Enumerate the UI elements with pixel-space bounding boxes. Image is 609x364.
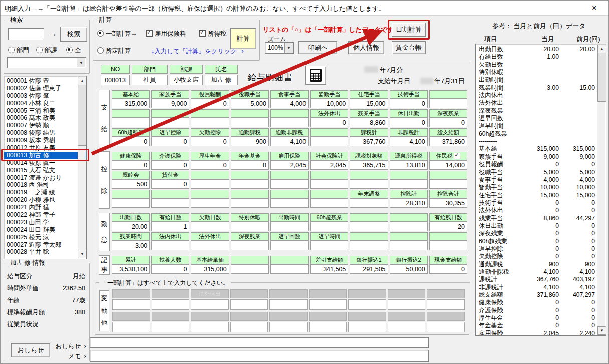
list-item[interactable]: 000013 加古 修 [4, 152, 86, 159]
grid-value-cell[interactable]: 0 [191, 137, 229, 146]
grid-value-cell[interactable] [429, 241, 467, 250]
list-item[interactable]: 000003 佐藤 肇 [4, 92, 86, 100]
list-item[interactable]: 000007 伊勢 順一 [4, 122, 86, 129]
memo-input[interactable] [90, 350, 429, 362]
grid-value-cell[interactable]: 2,045 [270, 160, 309, 170]
radio-icon[interactable] [97, 30, 104, 37]
search-input[interactable] [8, 28, 44, 40]
grid-value-cell[interactable]: 30,355 [429, 198, 467, 208]
list-item[interactable]: 000020 小柳 雅也 [4, 196, 86, 204]
grid-value-cell[interactable] [390, 179, 428, 189]
grid-value-cell[interactable] [231, 241, 269, 250]
grid-value-cell[interactable] [191, 118, 229, 127]
grid-value-cell[interactable] [112, 198, 150, 208]
grid-value-cell[interactable] [231, 264, 269, 274]
radio-icon[interactable] [8, 47, 15, 53]
grid-value-cell[interactable]: 315,000 [191, 264, 229, 274]
variable-input-cell[interactable] [191, 299, 229, 310]
grid-value-cell[interactable]: 0 [390, 99, 428, 108]
variable-input-cell[interactable] [230, 299, 268, 310]
list-item[interactable]: 000004 小林 良二 [4, 100, 86, 107]
list-item[interactable]: 000014 荻原 眞一 [4, 159, 86, 167]
grid-value-cell[interactable] [270, 179, 309, 189]
grid-value-cell[interactable]: 9,000 [151, 99, 189, 108]
notice-button[interactable]: おしらせ [11, 343, 50, 357]
grid-value-cell[interactable] [429, 99, 467, 108]
grid-value-cell[interactable]: 15,000 [350, 99, 388, 108]
grid-value-cell[interactable] [310, 198, 348, 208]
grid-value-cell[interactable]: 50,000 [390, 264, 428, 274]
checkbox-icon[interactable] [146, 30, 153, 37]
grid-value-cell[interactable] [390, 241, 428, 250]
employee-scrollbar[interactable]: ▲ ▼ [78, 77, 86, 258]
list-item[interactable]: 000006 髙木 政美 [4, 114, 86, 122]
checkbox-employment-insurance[interactable]: 雇用保険料 [146, 30, 186, 38]
grid-value-cell[interactable]: 28,310 [390, 198, 428, 208]
variable-input-cell[interactable] [230, 322, 268, 332]
grid-value-cell[interactable] [270, 198, 309, 208]
notice-input[interactable] [90, 337, 429, 348]
variable-input-cell[interactable] [269, 322, 308, 332]
reference-scrollbar[interactable]: ▲ ▼ [597, 45, 605, 335]
grid-value-cell[interactable] [112, 118, 150, 127]
list-item[interactable]: 000018 西 浩司 [4, 181, 86, 189]
slip-value-name[interactable]: 加古 修 [205, 75, 238, 85]
grid-value-cell[interactable]: 4,000 [270, 99, 309, 108]
grid-value-cell[interactable]: 20 [429, 222, 467, 231]
radio-bumon[interactable]: 部門 [8, 46, 29, 55]
reference-listbox[interactable]: 出勤日数20.0020.00有給日数1.00欠勤日数特別休暇出勤時間残業時間3.… [475, 44, 606, 336]
calc-button[interactable]: 計算 [230, 28, 256, 49]
grid-value-cell[interactable] [151, 118, 189, 127]
grid-value-cell[interactable] [231, 198, 269, 208]
grid-value-cell[interactable]: 0 [191, 99, 229, 108]
grid-value-cell[interactable] [310, 179, 348, 189]
radio-icon[interactable] [66, 47, 73, 53]
grid-value-cell[interactable] [191, 241, 229, 250]
grid-value-cell[interactable]: 900 [231, 137, 269, 146]
scroll-thumb[interactable] [597, 53, 606, 102]
grid-value-cell[interactable] [390, 222, 428, 231]
grid-value-cell[interactable] [270, 222, 309, 231]
grid-value-cell[interactable]: 0 [151, 160, 189, 170]
grid-value-cell[interactable] [270, 264, 309, 274]
grid-value-cell[interactable]: 8,860 [350, 118, 388, 127]
scroll-up-icon[interactable]: ▲ [78, 77, 87, 85]
variable-input-cell[interactable] [348, 299, 386, 310]
calculator-icon[interactable] [305, 66, 326, 85]
list-item[interactable]: 000009 坂本 秀樹 [4, 137, 86, 144]
wage-ledger-button[interactable]: 賃金台帳 [392, 41, 426, 54]
variable-input-cell[interactable] [112, 299, 150, 310]
checkbox-icon[interactable] [454, 153, 460, 159]
grid-value-cell[interactable] [429, 179, 467, 189]
grid-value-cell[interactable] [231, 179, 269, 189]
grid-value-cell[interactable]: 13,810 [390, 160, 428, 170]
list-item[interactable]: 000027 近藤 幸太郎 [4, 241, 86, 249]
grid-value-cell[interactable] [350, 179, 388, 189]
chevron-down-icon[interactable]: ▼ [77, 58, 85, 67]
grid-value-cell[interactable]: 0 [151, 264, 189, 274]
radio-icon[interactable] [36, 47, 43, 53]
variable-input-cell[interactable] [112, 322, 150, 332]
grid-value-cell[interactable] [310, 222, 348, 231]
radio-icon[interactable] [97, 47, 104, 54]
grid-value-cell[interactable]: 5,000 [231, 99, 269, 108]
grid-value-cell[interactable] [350, 198, 388, 208]
grid-value-cell[interactable]: 0 [310, 118, 348, 127]
grid-value-cell[interactable] [151, 198, 189, 208]
variable-input-cell[interactable] [152, 322, 190, 332]
grid-value-cell[interactable] [310, 241, 348, 250]
list-item[interactable]: 000017 渡邉 かおり [4, 174, 86, 182]
grid-value-cell[interactable]: 0 [429, 264, 467, 274]
grid-value-cell[interactable]: 0 [390, 118, 428, 127]
grid-value-cell[interactable]: 0 [191, 160, 229, 170]
grid-value-cell[interactable] [270, 241, 309, 250]
slip-value-no[interactable]: 000013 [101, 75, 130, 85]
list-item[interactable]: 000012 井原 友美 [4, 144, 86, 152]
radio-partial-calc[interactable]: 一部計算→ [97, 30, 137, 38]
grid-value-cell[interactable]: 10,000 [310, 99, 348, 108]
grid-value-cell[interactable]: 0 [151, 179, 189, 189]
grid-value-cell[interactable]: 315,000 [112, 99, 150, 108]
grid-value-cell[interactable]: 0 [112, 137, 150, 146]
list-item[interactable]: 000015 大石 弘文 [4, 167, 86, 174]
grid-value-cell[interactable]: 0 [112, 160, 150, 170]
